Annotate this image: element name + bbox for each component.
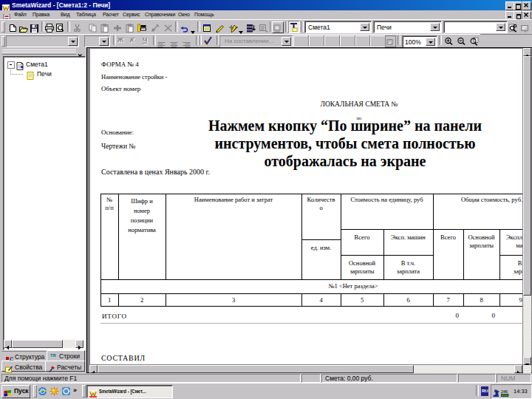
svg-text:246: 246: [501, 389, 508, 394]
